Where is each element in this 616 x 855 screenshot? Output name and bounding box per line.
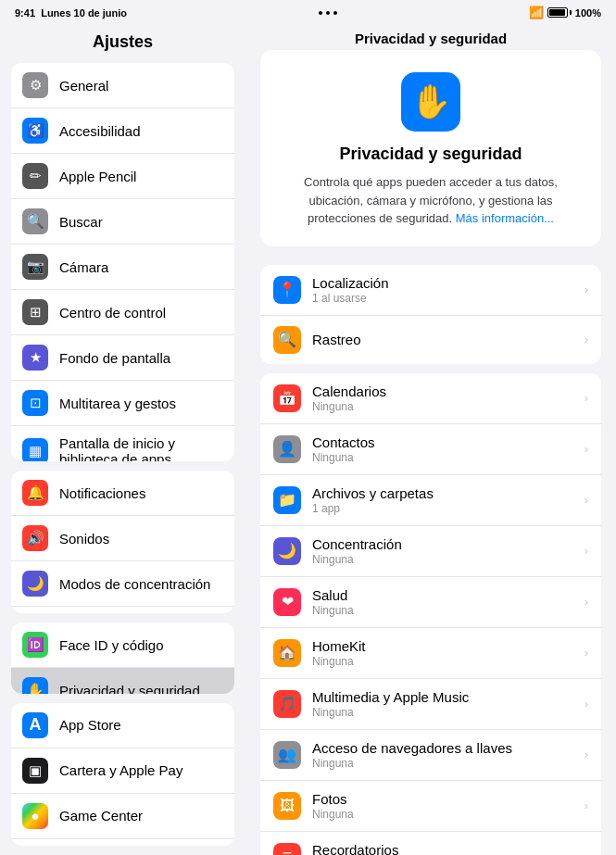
settings-row-recordatorios[interactable]: ≡ Recordatorios Ninguna › [260,832,601,856]
faceid-icon: 🆔 [22,632,48,658]
localizacion-title: Localización [312,275,581,291]
more-info-link[interactable]: Más información... [456,211,554,225]
localizacion-chevron: › [585,283,588,296]
sidebar-item-pencil[interactable]: ✏ Apple Pencil [11,154,234,199]
sidebar-item-wallet[interactable]: ▣ Cartera y Apple Pay [11,748,234,794]
settings-row-llaves[interactable]: 👥 Acceso de navegadores a llaves Ninguna… [260,730,601,781]
calendarios-title: Calendarios [312,383,581,399]
homekit-title: HomeKit [312,638,581,654]
sidebar-group-1: ⚙ General ♿ Accesibilidad ✏ Apple Pencil… [11,63,234,461]
sidebar-item-general[interactable]: ⚙ General [11,63,234,108]
sidebar-item-buscar[interactable]: 🔍 Buscar [11,199,234,245]
accesibilidad-label: Accesibilidad [59,123,141,139]
concentracion-icon: 🌙 [22,571,48,597]
detail-panel: Privacidad y seguridad ✋ Privacidad y se… [245,23,616,855]
settings-row-contactos[interactable]: 👤 Contactos Ninguna › [260,424,601,475]
detail-title: Privacidad y seguridad [355,31,507,46]
settings-row-calendarios[interactable]: 📅 Calendarios Ninguna › [260,373,601,424]
multimedia-icon: 🎵 [273,690,301,718]
fondo-label: Fondo de pantalla [59,350,170,366]
buscar-label: Buscar [59,214,103,230]
rastreo-icon: 🔍 [273,326,301,354]
homekit-content: HomeKit Ninguna [312,638,581,668]
contactos-title: Contactos [312,434,581,450]
concentracion-detail-content: Concentración Ninguna [312,536,581,566]
dot3 [333,11,337,15]
llaves-subtitle: Ninguna [312,757,581,770]
settings-row-salud[interactable]: ❤ Salud Ninguna › [260,577,601,628]
rastreo-content: Rastreo [312,332,581,347]
calendarios-subtitle: Ninguna [312,400,581,413]
sidebar-item-screentime[interactable]: ⏱ Tiempo de uso [11,607,234,613]
salud-icon: ❤ [273,588,301,616]
sidebar-item-homescreen[interactable]: ▦ Pantalla de inicio y biblioteca de app… [11,426,234,461]
general-label: General [59,78,108,94]
rastreo-right: › [581,333,588,346]
rastreo-title: Rastreo [312,332,581,347]
appstore-label: App Store [59,717,121,733]
sidebar-item-concentracion[interactable]: 🌙 Modos de concentración [11,561,234,607]
contactos-content: Contactos Ninguna [312,434,581,464]
sidebar-item-notificaciones[interactable]: 🔔 Notificaciones [11,471,234,516]
sidebar-title: Ajustes [0,23,245,63]
fotos-icon: 🖼 [273,792,301,820]
sidebar-item-fondo[interactable]: ★ Fondo de pantalla [11,335,234,381]
contactos-icon: 👤 [273,435,301,463]
pencil-icon: ✏ [22,163,48,189]
localizacion-right: › [581,283,588,296]
sidebar-item-camara[interactable]: 📷 Cámara [11,245,234,290]
settings-row-homekit[interactable]: 🏠 HomeKit Ninguna › [260,628,601,679]
sidebar-item-faceid[interactable]: 🆔 Face ID y código [11,622,234,668]
multimedia-subtitle: Ninguna [312,706,581,719]
sidebar-item-control[interactable]: ⊞ Centro de control [11,290,234,335]
multimedia-content: Multimedia y Apple Music Ninguna [312,689,581,719]
hero-description: Controla qué apps pueden acceder a tus d… [279,173,583,228]
recordatorios-icon: ≡ [273,843,301,856]
settings-row-localizacion[interactable]: 📍 Localización 1 al usarse › [260,265,601,316]
hero-card: ✋ Privacidad y seguridad Controla qué ap… [260,50,601,246]
sidebar-item-icloud[interactable]: ☁ iCloud [11,839,234,846]
accesibilidad-icon: ♿ [22,118,48,144]
gamecenter-label: Game Center [59,808,143,824]
status-right: 📶 100% [529,6,601,19]
multimedia-chevron: › [585,697,588,710]
sidebar-item-accesibilidad[interactable]: ♿ Accesibilidad [11,108,234,154]
hero-icon: ✋ [401,72,460,132]
homekit-icon: 🏠 [273,639,301,667]
settings-row-concentracion-detail[interactable]: 🌙 Concentración Ninguna › [260,526,601,577]
battery-body [547,7,568,18]
gamecenter-icon: ● [22,803,48,829]
settings-row-rastreo[interactable]: 🔍 Rastreo › [260,316,601,364]
sidebar-item-appstore[interactable]: A App Store [11,703,234,748]
recordatorios-chevron: › [585,849,588,855]
detail-header: Privacidad y seguridad [245,23,616,50]
settings-row-multimedia[interactable]: 🎵 Multimedia y Apple Music Ninguna › [260,679,601,730]
dot1 [319,11,322,15]
homescreen-icon: ▦ [22,438,48,461]
status-bar: 9:41 Lunes 10 de junio 📶 100% [0,0,616,23]
sonidos-label: Sonidos [59,531,109,547]
sidebar-item-sonidos[interactable]: 🔊 Sonidos [11,516,234,561]
general-icon: ⚙ [22,72,48,98]
notificaciones-label: Notificaciones [59,485,145,501]
sidebar-item-multitarea[interactable]: ⊡ Multitarea y gestos [11,381,234,426]
sidebar-item-gamecenter[interactable]: ● Game Center [11,794,234,839]
status-time-date: 9:41 Lunes 10 de junio [15,7,127,19]
control-label: Centro de control [59,305,166,321]
sidebar-item-privacy[interactable]: ✋ Privacidad y seguridad [11,668,234,694]
settings-row-archivos[interactable]: 📁 Archivos y carpetas 1 app › [260,475,601,526]
data-group: 📅 Calendarios Ninguna › 👤 Contactos Ning… [260,373,601,856]
sidebar-group-3: 🆔 Face ID y código ✋ Privacidad y seguri… [11,622,234,694]
wifi-icon: 📶 [529,6,544,19]
recordatorios-title: Recordatorios [312,842,581,856]
fotos-subtitle: Ninguna [312,808,581,821]
salud-title: Salud [312,587,581,603]
hero-title: Privacidad y seguridad [279,145,583,164]
sidebar-group-4: A App Store ▣ Cartera y Apple Pay ● Game… [11,703,234,846]
camara-icon: 📷 [22,254,48,280]
homekit-subtitle: Ninguna [312,655,581,668]
privacy-icon: ✋ [22,677,48,694]
fotos-content: Fotos Ninguna [312,791,581,821]
notificaciones-icon: 🔔 [22,480,48,506]
settings-row-fotos[interactable]: 🖼 Fotos Ninguna › [260,781,601,832]
